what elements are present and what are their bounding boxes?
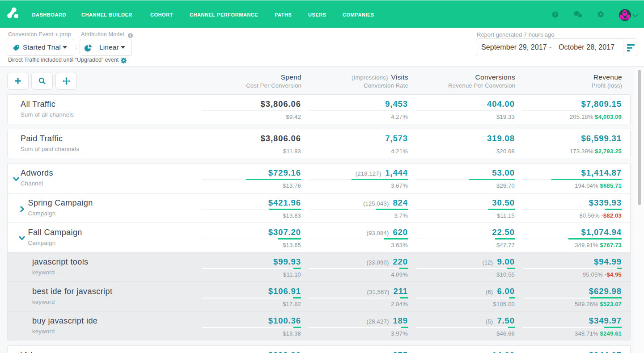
svg-text:?: ? (554, 12, 556, 17)
